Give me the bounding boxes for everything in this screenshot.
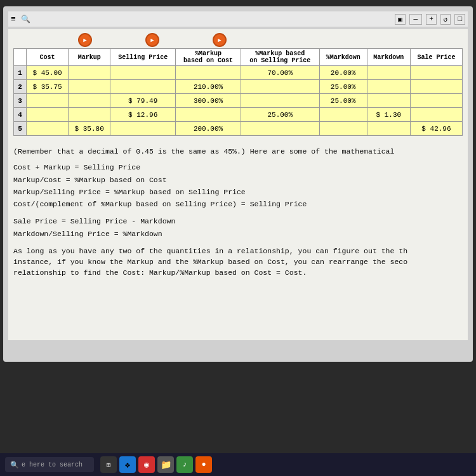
taskbar-icon-1[interactable]: ❖ xyxy=(119,456,136,473)
col-header-markup: Markup xyxy=(69,49,110,66)
formula-1: Cost + Markup = Selling Price xyxy=(13,162,463,173)
row-5-pct-markdown[interactable] xyxy=(319,122,367,136)
row-5-cost[interactable] xyxy=(27,122,69,136)
row-3-pct-markup-cost[interactable]: 300.00% xyxy=(176,94,241,108)
row-3-pct-markup-selling[interactable] xyxy=(241,94,319,108)
row-4-cost[interactable] xyxy=(27,108,69,122)
row-4-markdown[interactable]: $ 1.30 xyxy=(367,108,410,122)
formula-2: Markup/Cost = %Markup based on Cost xyxy=(13,175,463,185)
col-header-pct-markup-cost: %Markupbased on Cost xyxy=(176,49,241,66)
screen: ≡ 🔍 ▣ — + ↺ □ ▶ ▶ ▶ xyxy=(0,0,476,476)
table-row: 1 $ 45.00 70.00% 20.00% xyxy=(14,66,463,80)
formula-block-1: Cost + Markup = Selling Price Markup/Cos… xyxy=(13,162,463,209)
col-header-pct-markdown: %Markdown xyxy=(319,49,367,66)
row-3-cost[interactable] xyxy=(27,94,69,108)
row-5-pct-markup-cost[interactable]: 200.00% xyxy=(176,122,241,136)
main-paragraph: As long as you have any two of the quant… xyxy=(13,246,463,279)
search-icon[interactable]: 🔍 xyxy=(21,15,30,24)
row-2-sale-price[interactable] xyxy=(410,80,462,94)
table-row: 5 $ 35.80 200.00% $ 42.96 xyxy=(14,122,463,136)
row-3-pct-markdown[interactable]: 25.00% xyxy=(319,94,367,108)
window-icon[interactable]: □ xyxy=(454,14,465,25)
row-1-num: 1 xyxy=(14,66,27,80)
window-controls: ▣ — + ↺ □ xyxy=(395,14,465,25)
top-bar: ≡ 🔍 ▣ — + ↺ □ xyxy=(8,11,468,27)
table-row: 3 $ 79.49 300.00% 25.00% xyxy=(14,94,463,108)
formula-4: Cost/(complement of %Markup based on Sel… xyxy=(13,199,463,209)
row-1-selling-price[interactable] xyxy=(110,66,176,80)
row-1-pct-markdown[interactable]: 20.00% xyxy=(319,66,367,80)
search-icon: 🔍 xyxy=(10,461,19,469)
note-text: (Remember that a decimal of 0.45 is the … xyxy=(13,147,394,155)
menu-icon[interactable]: ≡ xyxy=(11,15,16,24)
maximize-icon[interactable]: + xyxy=(426,14,437,25)
row-3-sale-price[interactable] xyxy=(410,94,462,108)
text-content: (Remember that a decimal of 0.45 is the … xyxy=(13,146,463,279)
formula-block-2: Sale Price = Selling Price - Markdown Ma… xyxy=(13,216,463,239)
row-2-markdown[interactable] xyxy=(367,80,410,94)
taskbar-icon-5[interactable]: ● xyxy=(195,456,212,473)
row-1-sale-price[interactable] xyxy=(410,66,462,80)
row-1-markdown[interactable] xyxy=(367,66,410,80)
taskbar-icon-windows[interactable]: ⊞ xyxy=(100,456,117,473)
row-4-sale-price[interactable] xyxy=(410,108,462,122)
row-2-selling-price[interactable] xyxy=(110,80,176,94)
row-3-selling-price[interactable]: $ 79.49 xyxy=(110,94,176,108)
formula-6: Markdown/Selling Price = %Markdown xyxy=(13,228,463,239)
orange-btn-2[interactable]: ▶ xyxy=(145,33,159,47)
row-4-pct-markup-selling[interactable]: 25.00% xyxy=(241,108,319,122)
col-header-selling-price: Selling Price xyxy=(110,49,176,66)
col-header-pct-markup-selling: %Markup basedon Selling Price xyxy=(241,49,319,66)
taskbar-app-icons: ⊞ ❖ ◉ 📁 ♪ ● xyxy=(100,456,212,473)
row-4-markup[interactable] xyxy=(69,108,110,122)
row-5-markup[interactable]: $ 35.80 xyxy=(69,122,110,136)
row-3-markup[interactable] xyxy=(69,94,110,108)
table-row: 4 $ 12.96 25.00% $ 1.30 xyxy=(14,108,463,122)
row-1-pct-markup-cost[interactable] xyxy=(176,66,241,80)
markup-table: Cost Markup Selling Price %Markupbased o… xyxy=(13,48,463,136)
taskbar-icon-2[interactable]: ◉ xyxy=(138,456,155,473)
taskbar-icon-4[interactable]: ♪ xyxy=(176,456,193,473)
minimize-icon[interactable]: — xyxy=(409,14,423,25)
col-header-cost: Cost xyxy=(27,49,69,66)
formula-3: Markup/Selling Price = %Markup based on … xyxy=(13,187,463,197)
row-2-pct-markdown[interactable]: 25.00% xyxy=(319,80,367,94)
row-1-pct-markup-selling[interactable]: 70.00% xyxy=(241,66,319,80)
row-2-cost[interactable]: $ 35.75 xyxy=(27,80,69,94)
table-row: 2 $ 35.75 210.00% 25.00% xyxy=(14,80,463,94)
search-placeholder-text: e here to search xyxy=(22,461,83,468)
row-3-num: 3 xyxy=(14,94,27,108)
orange-btn-3[interactable]: ▶ xyxy=(213,33,227,47)
undo-icon[interactable]: ↺ xyxy=(440,14,451,25)
taskbar-icon-3[interactable]: 📁 xyxy=(157,456,174,473)
row-4-pct-markdown[interactable] xyxy=(319,108,367,122)
col-header-sale-price: Sale Price xyxy=(410,49,462,66)
row-2-pct-markup-selling[interactable] xyxy=(241,80,319,94)
row-2-num: 2 xyxy=(14,80,27,94)
row-5-selling-price[interactable] xyxy=(110,122,176,136)
taskbar-search[interactable]: 🔍 e here to search xyxy=(5,457,94,472)
col-header-rownum xyxy=(14,49,27,66)
monitor-frame: ≡ 🔍 ▣ — + ↺ □ ▶ ▶ ▶ xyxy=(3,6,473,362)
row-2-markup[interactable] xyxy=(69,80,110,94)
row-1-cost[interactable]: $ 45.00 xyxy=(27,66,69,80)
row-5-pct-markup-selling[interactable] xyxy=(241,122,319,136)
restore-icon[interactable]: ▣ xyxy=(395,14,406,25)
orange-btn-1[interactable]: ▶ xyxy=(78,33,92,47)
row-1-markup[interactable] xyxy=(69,66,110,80)
row-5-sale-price[interactable]: $ 42.96 xyxy=(410,122,462,136)
col-header-markdown: Markdown xyxy=(367,49,410,66)
row-5-markdown[interactable] xyxy=(367,122,410,136)
row-4-pct-markup-cost[interactable] xyxy=(176,108,241,122)
taskbar: 🔍 e here to search ⊞ ❖ ◉ 📁 ♪ ● xyxy=(0,453,476,476)
main-content: ▶ ▶ ▶ Cost Markup Selling Price %Markupb… xyxy=(8,29,468,340)
row-4-selling-price[interactable]: $ 12.96 xyxy=(110,108,176,122)
note-paragraph: (Remember that a decimal of 0.45 is the … xyxy=(13,146,463,157)
row-3-markdown[interactable] xyxy=(367,94,410,108)
formula-5: Sale Price = Selling Price - Markdown xyxy=(13,216,463,227)
row-5-num: 5 xyxy=(14,122,27,136)
row-2-pct-markup-cost[interactable]: 210.00% xyxy=(176,80,241,94)
table-header-row: Cost Markup Selling Price %Markupbased o… xyxy=(14,49,463,66)
markup-table-container: ▶ ▶ ▶ Cost Markup Selling Price %Markupb… xyxy=(13,33,463,136)
row-4-num: 4 xyxy=(14,108,27,122)
